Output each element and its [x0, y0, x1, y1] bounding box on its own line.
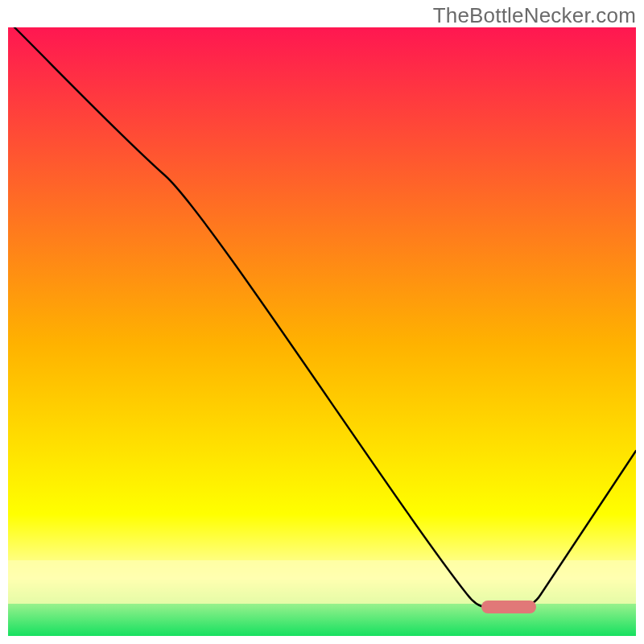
plot-area: [8, 27, 636, 636]
chart-svg: [8, 27, 636, 636]
watermark-text: TheBottleNecker.com: [433, 3, 636, 28]
gradient-background: [8, 27, 636, 636]
chart-container: TheBottleNecker.com: [0, 0, 644, 644]
pale-yellow-band: [8, 560, 636, 604]
optimal-range-bar: [481, 601, 536, 613]
